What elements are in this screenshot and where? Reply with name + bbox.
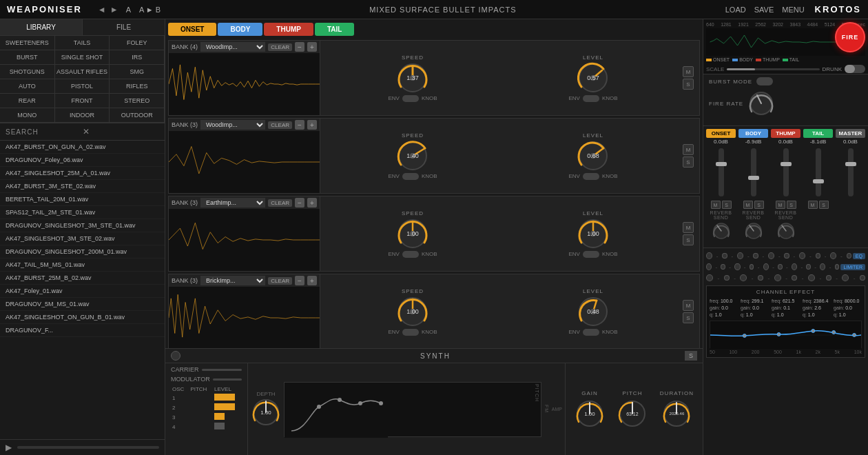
menu-button[interactable]: MENU [782, 6, 804, 14]
speed-knob-2[interactable]: 1.40 [395, 139, 430, 173]
bank-plus-3[interactable]: + [307, 198, 317, 208]
onset-reverb-knob[interactable] [712, 221, 731, 241]
tail-m[interactable]: M [808, 201, 818, 209]
tab-file[interactable]: FILE [83, 19, 165, 35]
fx-power-3-5[interactable] [842, 274, 849, 281]
list-item[interactable]: AK47_SINGLESHOT_25M_A_01.wav [0, 167, 165, 180]
level-toggle-2[interactable] [583, 173, 599, 180]
s-button-2[interactable]: S [683, 156, 694, 168]
speed-knob-1[interactable]: 1.37 [395, 61, 430, 95]
list-item[interactable]: AK47_SINGLESHOT_3M_STE_02.wav [0, 232, 165, 245]
body-m[interactable]: M [743, 201, 753, 209]
bank-select-1[interactable]: WoodImp... [200, 42, 265, 52]
speed-knob-3[interactable]: 1.00 [395, 216, 430, 251]
thump-s[interactable]: S [787, 201, 796, 209]
fx-power-2-1[interactable] [706, 263, 712, 270]
level-knob-2[interactable]: 0.68 [576, 139, 610, 173]
list-item[interactable]: DRAGUNOV_F... [0, 324, 165, 337]
cat-rear[interactable]: REAR [0, 94, 55, 108]
list-item[interactable]: AK47_BURST_ON_GUN_A_02.wav [0, 141, 165, 154]
tab-library[interactable]: LIBRARY [0, 19, 83, 35]
fx-power-1-5[interactable] [830, 252, 836, 259]
cat-smg[interactable]: SMG [110, 65, 165, 79]
burst-mode-toggle[interactable] [756, 77, 773, 85]
speed-toggle-1[interactable] [402, 95, 419, 102]
fx-dot-3-1[interactable] [724, 275, 730, 281]
cat-rifles[interactable]: RIFLES [110, 79, 165, 94]
tail-s[interactable]: S [819, 201, 829, 209]
speed-toggle-4[interactable] [402, 329, 419, 336]
body-fader[interactable] [751, 148, 756, 196]
s-button-1[interactable]: S [683, 79, 694, 90]
list-item[interactable]: AK47_Foley_01.wav [0, 285, 165, 298]
tab-onset[interactable]: ONSET [168, 23, 216, 36]
bank-minus-3[interactable]: − [295, 198, 304, 208]
list-item[interactable]: DRAGUNOV_Foley_06.wav [0, 154, 165, 167]
bank-plus-4[interactable]: + [307, 276, 317, 285]
synth-s-button[interactable]: S [685, 351, 697, 361]
list-item[interactable]: AK47_TAIL_5M_MS_01.wav [0, 259, 165, 272]
list-item[interactable]: AK47_SINGLESHOT_ON_GUN_B_01.wav [0, 311, 165, 324]
s-button-3[interactable]: S [683, 234, 694, 245]
fx-power-1-3[interactable] [768, 252, 774, 259]
fx-power-2-2[interactable] [734, 263, 740, 270]
drunk-slider[interactable] [845, 65, 865, 73]
cat-irs[interactable]: IRS [110, 50, 165, 65]
list-item[interactable]: DRAGUNOV_SINGLESHOT_200M_01.wav [0, 245, 165, 259]
play-button[interactable]: ▶ [6, 443, 12, 452]
tab-thump[interactable]: THUMP [264, 23, 313, 36]
level-toggle-3[interactable] [583, 251, 599, 258]
depth-knob[interactable]: 1.00 [251, 397, 281, 427]
fx-power-2-4[interactable] [792, 263, 797, 270]
save-button[interactable]: SAVE [754, 6, 774, 14]
cat-pistol[interactable]: PISTOL [55, 79, 110, 94]
onset-m[interactable]: M [711, 201, 721, 209]
speed-toggle-3[interactable] [402, 251, 419, 258]
fx-dot-2-2[interactable] [750, 264, 754, 270]
cat-singleshot[interactable]: SINGLE SHOT [55, 50, 110, 65]
bank-plus-2[interactable]: + [307, 120, 317, 130]
level-toggle-1[interactable] [583, 95, 599, 102]
m-button-1[interactable]: M [683, 66, 694, 77]
list-item[interactable]: AK47_BURST_25M_B_02.wav [0, 272, 165, 285]
cat-auto[interactable]: AUTO [0, 79, 55, 94]
fx-power-3-3[interactable] [774, 274, 781, 281]
level-toggle-4[interactable] [583, 329, 599, 336]
fx-power-1-4[interactable] [799, 252, 805, 259]
fx-dot-1-5[interactable] [847, 253, 851, 259]
level-knob-1[interactable]: 0.57 [576, 61, 610, 95]
cat-shotguns[interactable]: SHOTGUNS [0, 65, 55, 79]
cat-mono[interactable]: MONO [0, 108, 55, 123]
m-button-4[interactable]: M [683, 300, 694, 311]
thump-fader[interactable] [783, 148, 789, 196]
fx-power-2-3[interactable] [763, 263, 769, 270]
bank-clear-1[interactable]: CLEAR [268, 43, 292, 51]
cat-indoor[interactable]: INDOOR [55, 108, 110, 123]
fx-power-1-1[interactable] [706, 252, 712, 259]
synth-power-button[interactable] [171, 351, 180, 361]
fx-dot-1-1[interactable] [722, 253, 727, 259]
bank-minus-4[interactable]: − [295, 276, 304, 285]
fx-dot-2-5[interactable] [835, 264, 840, 270]
list-item[interactable]: BERETTA_TAIL_20M_01.wav [0, 193, 165, 206]
cat-foley[interactable]: FOLEY [110, 36, 165, 50]
m-button-3[interactable]: M [683, 222, 694, 233]
tab-tail[interactable]: TAIL [315, 23, 354, 36]
fx-dot-2-4[interactable] [806, 264, 811, 270]
fx-power-1-2[interactable] [737, 252, 743, 259]
scale-slider[interactable] [727, 68, 819, 70]
bank-select-4[interactable]: BrickImp... [200, 276, 265, 285]
bank-clear-2[interactable]: CLEAR [268, 121, 292, 129]
body-reverb-knob[interactable] [744, 221, 763, 241]
cat-front[interactable]: FRONT [55, 94, 110, 108]
fx-dot-2-3[interactable] [778, 264, 783, 270]
cat-outdoor[interactable]: OUTDOOR [110, 108, 165, 123]
gain-knob[interactable]: 1.00 [575, 398, 605, 429]
speed-toggle-2[interactable] [402, 173, 419, 180]
m-button-2[interactable]: M [683, 144, 694, 155]
duration-knob[interactable]: 2025.46 [661, 398, 692, 429]
fx-power-3-4[interactable] [808, 274, 815, 281]
cat-stereo[interactable]: STEREO [110, 94, 165, 108]
tail-fader[interactable] [816, 148, 821, 196]
fx-dot-3-2[interactable] [758, 275, 763, 281]
